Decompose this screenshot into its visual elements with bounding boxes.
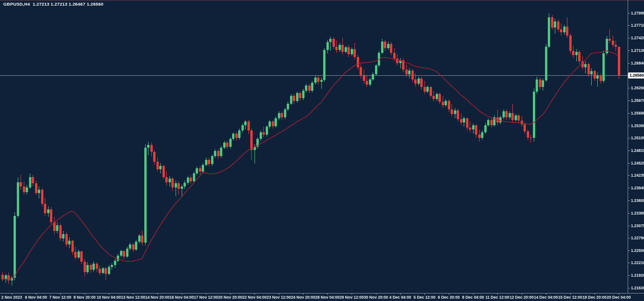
price-axis-label: 1.24525 xyxy=(631,161,644,165)
time-axis-label: 13 Nov 12:00 xyxy=(121,295,145,300)
price-axis-label: 1.24815 xyxy=(631,148,644,153)
price-axis-label: 1.23945 xyxy=(631,186,644,190)
time-axis-label: 12 Dec 20:00 xyxy=(510,295,534,300)
time-axis-label: 17 Nov 12:00 xyxy=(194,295,218,300)
price-axis-label: 1.26260 xyxy=(631,86,644,90)
price-axis-label: 1.21630 xyxy=(631,286,644,290)
time-axis-label: 22 Nov 04:00 xyxy=(242,295,267,300)
time-axis-label: 15 Dec 12:00 xyxy=(558,295,582,300)
time-axis-label: 30 Nov 20:00 xyxy=(364,295,388,300)
time-axis-label: 23 Nov 12:00 xyxy=(267,295,291,300)
time-axis-label: 6 Dec 20:00 xyxy=(438,295,460,300)
time-axis-label: 4 Dec 04:00 xyxy=(389,295,411,300)
time-axis-label: 16 Nov 04:00 xyxy=(170,295,194,300)
time-axis-label: 5 Dec 12:00 xyxy=(414,295,436,300)
price-axis-label: 1.25680 xyxy=(631,111,644,115)
time-axis-label: 14 Dec 04:00 xyxy=(534,295,558,300)
price-axis-label: 1.22500 xyxy=(631,248,644,253)
time-axis-label: 18 Dec 20:00 xyxy=(582,295,607,300)
time-axis-label: 6 Nov 04:00 xyxy=(25,295,47,300)
time-axis-label: 11 Dec 12:00 xyxy=(485,295,509,300)
time-axis-label: 20 Dec 04:00 xyxy=(607,295,631,300)
price-axis-label: 1.27710 xyxy=(631,23,644,28)
price-axis-label: 1.27995 xyxy=(631,11,644,15)
price-axis-label: 1.25105 xyxy=(631,136,644,140)
price-axis-label: 1.25970 xyxy=(631,98,644,103)
price-axis-label: 1.23365 xyxy=(631,211,644,215)
price-axis-label: 1.23075 xyxy=(631,223,644,228)
candlestick-chart-canvas[interactable] xyxy=(0,0,644,301)
time-axis-label: 2 Nov 2023 xyxy=(1,295,22,300)
price-axis-label: 1.22790 xyxy=(631,236,644,240)
time-axis-label: 24 Nov 20:00 xyxy=(291,295,315,300)
time-axis-label: 14 Nov 20:00 xyxy=(145,295,170,300)
chart-symbol-title: GBPUSD,H4 1.27213 1.27213 1.26467 1.2656… xyxy=(3,1,103,7)
price-axis-label: 1.27130 xyxy=(631,48,644,53)
current-price-tag: 1.26560 xyxy=(628,72,644,79)
time-axis-label: 29 Nov 12:00 xyxy=(340,295,364,300)
time-axis-label: 8 Nov 20:00 xyxy=(73,295,95,300)
time-axis-label: 7 Nov 12:00 xyxy=(49,295,71,300)
price-axis-label: 1.26840 xyxy=(631,61,644,65)
price-axis-label: 1.23655 xyxy=(631,198,644,203)
time-axis-label: 20 Nov 20:00 xyxy=(218,295,242,300)
time-axis-label: 10 Nov 04:00 xyxy=(97,295,121,300)
price-axis-label: 1.24235 xyxy=(631,173,644,178)
time-axis-label: 8 Dec 04:00 xyxy=(462,295,484,300)
price-axis-label: 1.22210 xyxy=(631,260,644,265)
price-axis-label: 1.21920 xyxy=(631,273,644,278)
time-axis-label: 28 Nov 04:00 xyxy=(315,295,340,300)
trading-chart-window: GBPUSD,H4 1.27213 1.27213 1.26467 1.2656… xyxy=(0,0,644,301)
price-axis-label: 1.27420 xyxy=(631,36,644,40)
price-axis-label: 1.25390 xyxy=(631,123,644,128)
